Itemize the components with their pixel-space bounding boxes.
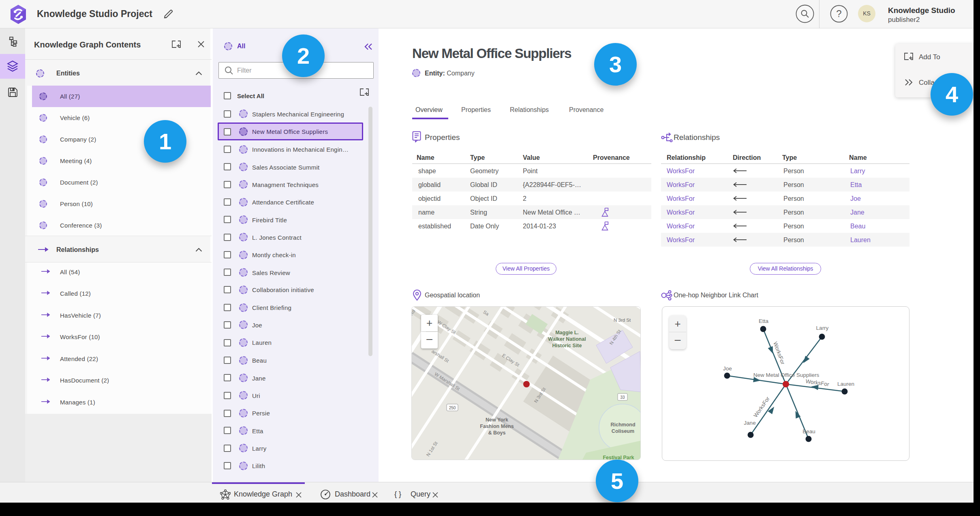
svg-text:Historic Site: Historic Site xyxy=(552,343,582,348)
svg-text:?: ? xyxy=(836,8,841,19)
svg-text:Coliseum: Coliseum xyxy=(612,428,634,434)
svg-text:Maggie L.: Maggie L. xyxy=(555,330,579,335)
svg-text:Fashion Mens: Fashion Mens xyxy=(480,424,514,429)
svg-text:Lauren: Lauren xyxy=(837,381,854,387)
svg-text:Richmond: Richmond xyxy=(610,422,635,428)
svg-text:Joe: Joe xyxy=(723,366,732,372)
svg-text:New Metal Office Suppliers: New Metal Office Suppliers xyxy=(753,372,820,378)
svg-text:Walker National: Walker National xyxy=(548,336,586,342)
svg-text:Etta: Etta xyxy=(759,318,769,324)
svg-text:WorksFor: WorksFor xyxy=(752,396,771,419)
svg-text:& Boys: & Boys xyxy=(488,430,505,436)
svg-text:Larry: Larry xyxy=(816,325,829,331)
svg-text:N 3rd St: N 3rd St xyxy=(614,318,631,322)
svg-text:Beau: Beau xyxy=(802,428,815,434)
svg-text:Festival Park: Festival Park xyxy=(603,455,634,460)
svg-text:33: 33 xyxy=(620,395,625,400)
svg-text:WorksFor: WorksFor xyxy=(772,341,786,366)
svg-text:New York: New York xyxy=(486,417,508,423)
svg-text:Jane: Jane xyxy=(744,420,755,426)
svg-text:250: 250 xyxy=(449,406,456,410)
